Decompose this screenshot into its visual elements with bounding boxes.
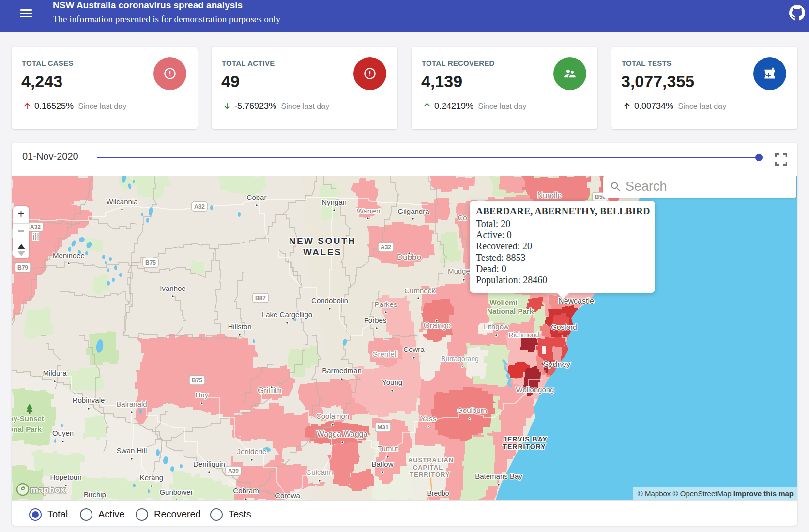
svg-text:Swan Hill: Swan Hill <box>117 446 147 455</box>
svg-text:Kerang: Kerang <box>140 473 163 482</box>
svg-text:Bredbo: Bredbo <box>427 489 449 497</box>
svg-text:Nyngan: Nyngan <box>321 198 347 206</box>
svg-text:Goulburn: Goulburn <box>457 406 487 414</box>
svg-text:Tumut: Tumut <box>378 444 398 453</box>
svg-text:NEW SOUTH: NEW SOUTH <box>289 236 356 246</box>
svg-text:Gosford: Gosford <box>551 323 577 331</box>
svg-text:Mildura: Mildura <box>43 369 67 377</box>
svg-text:Jerilderie: Jerilderie <box>237 447 267 456</box>
svg-text:WALES: WALES <box>303 247 342 257</box>
svg-text:ay-Sunset: ay-Sunset <box>12 414 44 423</box>
svg-text:Ouyen: Ouyen <box>52 429 74 437</box>
svg-text:Batemans Bay: Batemans Bay <box>475 472 522 480</box>
svg-text:National Park: National Park <box>487 307 534 315</box>
svg-text:Sydney: Sydney <box>543 360 571 369</box>
svg-text:Forbes: Forbes <box>364 316 387 324</box>
svg-text:TERRITORY: TERRITORY <box>410 471 450 478</box>
svg-text:A32: A32 <box>194 203 205 210</box>
svg-text:Burragorang: Burragorang <box>441 355 479 363</box>
svg-text:B75: B75 <box>192 377 202 384</box>
svg-text:A39: A39 <box>228 468 239 474</box>
svg-text:TERRITORY: TERRITORY <box>503 443 546 451</box>
svg-text:Richmond: Richmond <box>508 331 539 339</box>
svg-text:Nundle: Nundle <box>537 191 562 199</box>
svg-text:AUSTRALIAN: AUSTRALIAN <box>408 456 454 464</box>
svg-text:CAPITAL: CAPITAL <box>413 464 443 471</box>
svg-text:Hopetoun: Hopetoun <box>50 473 81 481</box>
svg-text:Wollemi: Wollemi <box>489 298 517 306</box>
svg-text:mapbox: mapbox <box>30 485 65 495</box>
svg-text:B87: B87 <box>255 295 266 302</box>
svg-text:Hillston: Hillston <box>228 322 251 331</box>
svg-text:Balranald: Balranald <box>116 400 147 408</box>
svg-text:Wollongong: Wollongong <box>516 385 554 394</box>
svg-text:Culcairn: Culcairn <box>306 468 333 476</box>
svg-text:Wilcannia: Wilcannia <box>106 198 138 206</box>
svg-text:Coolamon: Coolamon <box>316 412 349 420</box>
svg-text:Cobram: Cobram <box>233 486 259 495</box>
svg-text:Menindee: Menindee <box>53 251 85 259</box>
svg-text:Wagga Wagga: Wagga Wagga <box>317 430 368 438</box>
svg-text:Condobolin: Condobolin <box>311 296 348 304</box>
svg-text:Cobar: Cobar <box>247 193 267 201</box>
svg-text:A32: A32 <box>30 224 41 230</box>
svg-text:Grenfell: Grenfell <box>372 350 398 358</box>
svg-text:B75: B75 <box>145 259 156 266</box>
svg-text:onal Park: onal Park <box>12 425 42 433</box>
svg-text:Hay: Hay <box>196 391 209 399</box>
svg-text:Corowa: Corowa <box>275 491 300 500</box>
svg-text:Cumnock: Cumnock <box>404 287 435 295</box>
svg-text:Young: Young <box>382 378 402 386</box>
svg-text:Batlow: Batlow <box>371 460 393 468</box>
svg-text:Ivanhoe: Ivanhoe <box>160 284 185 292</box>
svg-text:Barmedman: Barmedman <box>322 366 362 375</box>
svg-text:Birchip: Birchip <box>84 490 106 499</box>
svg-text:Lake Cargelligo: Lake Cargelligo <box>262 310 312 319</box>
svg-text:Lithgow: Lithgow <box>484 322 509 331</box>
svg-text:Yass: Yass <box>421 414 436 423</box>
svg-text:Gilgandra: Gilgandra <box>397 207 429 215</box>
svg-text:JERVIS BAY: JERVIS BAY <box>503 435 548 443</box>
svg-text:ill: ill <box>32 231 39 242</box>
svg-text:M31: M31 <box>377 424 389 431</box>
svg-text:Deniliquin: Deniliquin <box>193 460 225 468</box>
svg-text:Parkes: Parkes <box>375 300 397 308</box>
svg-text:Gunbower: Gunbower <box>159 488 193 496</box>
svg-text:Co: Co <box>458 213 467 222</box>
svg-text:Warren: Warren <box>357 207 381 215</box>
svg-text:Griffith: Griffith <box>258 386 282 395</box>
svg-text:Cowra: Cowra <box>403 345 425 353</box>
svg-text:A32: A32 <box>381 244 391 251</box>
svg-text:Robinvale: Robinvale <box>73 396 105 404</box>
svg-text:B79: B79 <box>17 264 28 271</box>
